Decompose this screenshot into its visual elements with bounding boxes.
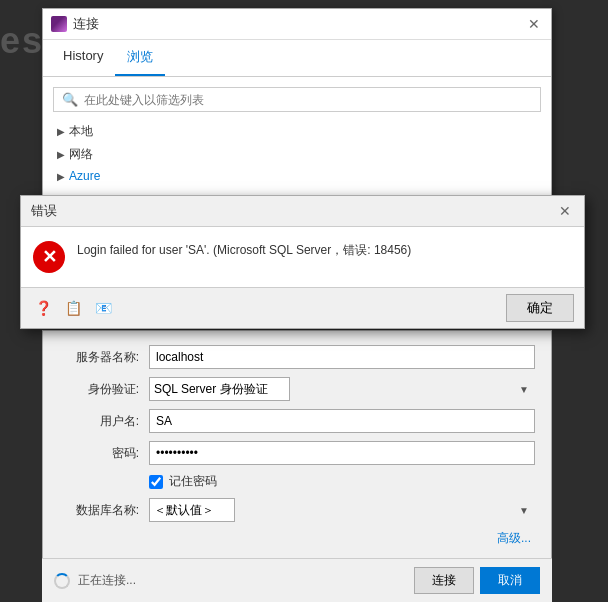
cancel-button[interactable]: 取消 <box>480 567 540 594</box>
auth-label: 身份验证: <box>59 381 139 398</box>
tree-item-local[interactable]: ▶ 本地 <box>53 120 541 143</box>
connect-button[interactable]: 连接 <box>414 567 474 594</box>
connect-dialog: 连接 ✕ History 浏览 🔍 ▶ 本地 ▶ 网络 ▶ Azure <box>42 8 552 197</box>
db-select[interactable]: ＜默认值＞ <box>149 498 235 522</box>
user-label: 用户名: <box>59 413 139 430</box>
password-input[interactable] <box>149 441 535 465</box>
tab-browse[interactable]: 浏览 <box>115 40 165 76</box>
search-input[interactable] <box>84 93 532 107</box>
user-row: 用户名: <box>59 409 535 433</box>
bottom-buttons: 连接 取消 <box>414 567 540 594</box>
bottom-bar: 正在连接... 连接 取消 <box>42 558 552 602</box>
connect-tabs: History 浏览 <box>43 40 551 77</box>
confirm-button[interactable]: 确定 <box>506 294 574 322</box>
remember-row: 记住密码 <box>149 473 535 490</box>
mail-icon-button[interactable]: 📧 <box>91 296 115 320</box>
connect-body: 🔍 ▶ 本地 ▶ 网络 ▶ Azure <box>43 77 551 196</box>
remember-label[interactable]: 记住密码 <box>169 473 217 490</box>
error-body: ✕ Login failed for user 'SA'. (Microsoft… <box>21 227 584 287</box>
loading-text: 正在连接... <box>78 572 136 589</box>
tree-item-azure[interactable]: ▶ Azure <box>53 166 541 186</box>
error-footer: ❓ 📋 📧 确定 <box>21 287 584 328</box>
password-label: 密码: <box>59 445 139 462</box>
server-input[interactable] <box>149 345 535 369</box>
title-left: 连接 <box>51 15 99 33</box>
copy-icon-button[interactable]: 📋 <box>61 296 85 320</box>
auth-select[interactable]: SQL Server 身份验证 Windows 身份验证 <box>149 377 290 401</box>
vs-icon <box>51 16 67 32</box>
tree-arrow-local: ▶ <box>57 126 65 137</box>
error-icon: ✕ <box>33 241 65 273</box>
user-input[interactable] <box>149 409 535 433</box>
search-box: 🔍 <box>53 87 541 112</box>
tree-label-local: 本地 <box>69 123 93 140</box>
tree-arrow-network: ▶ <box>57 149 65 160</box>
server-row: 服务器名称: <box>59 345 535 369</box>
tree-arrow-azure: ▶ <box>57 171 65 182</box>
advanced-link[interactable]: 高级... <box>59 530 531 547</box>
auth-row: 身份验证: SQL Server 身份验证 Windows 身份验证 ▼ <box>59 377 535 401</box>
db-label: 数据库名称: <box>59 502 139 519</box>
auth-select-wrapper: SQL Server 身份验证 Windows 身份验证 ▼ <box>149 377 535 401</box>
tree-item-network[interactable]: ▶ 网络 <box>53 143 541 166</box>
tab-history[interactable]: History <box>51 40 115 76</box>
loading-area: 正在连接... <box>54 572 136 589</box>
error-circle-icon: ✕ <box>33 241 65 273</box>
error-close-button[interactable]: ✕ <box>556 202 574 220</box>
connect-close-button[interactable]: ✕ <box>525 15 543 33</box>
auth-select-arrow: ▼ <box>519 384 529 395</box>
error-message: Login failed for user 'SA'. (Microsoft S… <box>77 241 411 259</box>
error-title: 错误 <box>31 202 57 220</box>
login-form-area: 服务器名称: 身份验证: SQL Server 身份验证 Windows 身份验… <box>42 330 552 562</box>
footer-icons: ❓ 📋 📧 <box>31 296 115 320</box>
db-select-arrow: ▼ <box>519 505 529 516</box>
db-row: 数据库名称: ＜默认值＞ ▼ <box>59 498 535 522</box>
connect-dialog-title: 连接 <box>73 15 99 33</box>
help-icon-button[interactable]: ❓ <box>31 296 55 320</box>
error-dialog: 错误 ✕ ✕ Login failed for user 'SA'. (Micr… <box>20 195 585 329</box>
server-label: 服务器名称: <box>59 349 139 366</box>
tree-label-network: 网络 <box>69 146 93 163</box>
remember-checkbox[interactable] <box>149 475 163 489</box>
loading-spinner <box>54 573 70 589</box>
password-row: 密码: <box>59 441 535 465</box>
search-icon: 🔍 <box>62 92 78 107</box>
tree-label-azure: Azure <box>69 169 100 183</box>
db-select-wrapper: ＜默认值＞ ▼ <box>149 498 535 522</box>
connect-title-bar: 连接 ✕ <box>43 9 551 40</box>
error-title-bar: 错误 ✕ <box>21 196 584 227</box>
